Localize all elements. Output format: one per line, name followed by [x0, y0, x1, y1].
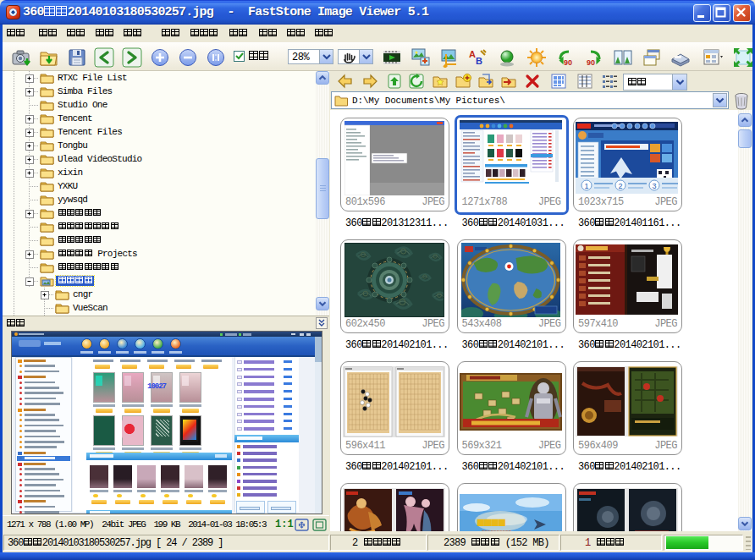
svg-text:90: 90 [587, 58, 595, 67]
svg-text:B: B [476, 56, 482, 66]
svg-text:A: A [469, 49, 476, 59]
svg-text:90: 90 [564, 58, 572, 67]
svg-text:2: 2 [619, 182, 623, 190]
svg-text:==========: ========== [482, 529, 512, 532]
svg-text:3: 3 [653, 182, 657, 190]
svg-text:1: 1 [585, 182, 589, 190]
